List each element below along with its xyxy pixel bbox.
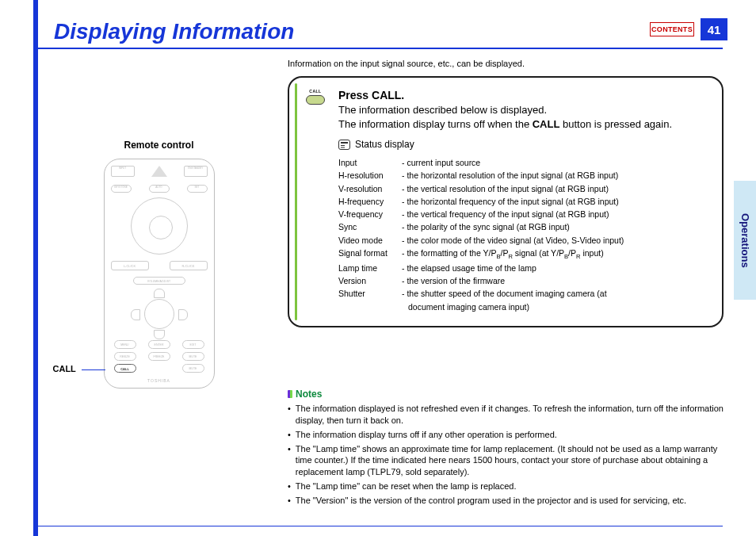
note-item: The "Lamp time" can be reset when the la… xyxy=(288,480,724,492)
page-left-bar xyxy=(33,0,38,536)
info-box: CALL Press CALL. The information describ… xyxy=(288,76,724,327)
status-row: Shutter- the shutter speed of the docume… xyxy=(338,287,708,313)
remote-rclick-button: R-CLICK xyxy=(170,261,208,270)
status-row: Sync- the polarity of the sync signal (a… xyxy=(338,220,708,233)
call-callout-label: CALL xyxy=(53,364,76,373)
status-key: Lamp time xyxy=(338,262,402,274)
remote-body: INPUT ON/STANDBY KEYSTONE AUTO SET L-CLI… xyxy=(104,159,215,389)
note-item: The information display turns off if any… xyxy=(288,429,724,441)
press-call-desc2: The information display turns off when t… xyxy=(338,117,672,132)
note-item: The "Lamp time" shows an approximate tim… xyxy=(288,443,724,479)
section-tab-label: Operations xyxy=(739,213,751,268)
status-value: - the color mode of the video signal (at… xyxy=(402,234,624,247)
status-row: H-resolution- the horizontal resolution … xyxy=(338,169,708,182)
call-callout-line xyxy=(82,369,105,370)
status-key: V-resolution xyxy=(338,182,402,195)
status-row: Lamp time- the elapsed usage time of the… xyxy=(338,262,708,274)
status-display-label: Status display xyxy=(355,139,414,150)
remote-mute-button: MUTE xyxy=(182,352,204,361)
remote-control-label: Remote control xyxy=(46,140,272,151)
status-row: Input- current input source xyxy=(338,156,708,169)
notes-section: Notes The information displayed is not r… xyxy=(288,389,724,509)
note-item: The "Version" is the version of the cont… xyxy=(288,495,724,507)
status-row: V-frequency- the vertical frequency of t… xyxy=(338,208,708,220)
remote-lclick-button: L-CLICK xyxy=(111,261,149,270)
remote-control-diagram: INPUT ON/STANDBY KEYSTONE AUTO SET L-CLI… xyxy=(88,159,231,389)
remote-brand: TOSHIBA xyxy=(105,378,214,383)
status-value: - the elapsed usage time of the lamp xyxy=(402,262,536,274)
remote-enter-button: ENTER xyxy=(148,340,170,349)
status-key: H-resolution xyxy=(338,169,402,182)
remote-keystone-button: KEYSTONE xyxy=(111,185,132,193)
status-key: Version xyxy=(338,274,402,287)
remote-dpad xyxy=(134,290,185,338)
remote-laser-button xyxy=(150,166,169,182)
intro-text: Information on the input signal source, … xyxy=(288,59,525,68)
remote-column: Remote control INPUT ON/STANDBY KEYSTONE… xyxy=(46,140,272,389)
status-row: Signal format- the formatting of the Y/P… xyxy=(338,247,708,262)
status-value: - the vertical resolution of the input s… xyxy=(402,182,609,195)
notes-list: The information displayed is not refresh… xyxy=(288,403,724,507)
status-key: Video mode xyxy=(338,234,402,247)
remote-standby-button: ON/STANDBY xyxy=(184,166,208,177)
press-call-text: Press CALL. The information described be… xyxy=(338,89,672,131)
status-row: V-resolution- the vertical resolution of… xyxy=(338,182,708,195)
notes-heading: Notes xyxy=(296,389,322,400)
remote-input-button: INPUT xyxy=(111,166,135,177)
status-value: - the formatting of the Y/PB/PR signal (… xyxy=(402,247,604,262)
remote-joystick xyxy=(131,197,188,255)
note-item: The information displayed is not refresh… xyxy=(288,403,724,427)
press-call-heading: Press CALL. xyxy=(338,89,672,101)
status-display-row: Status display xyxy=(338,139,708,150)
status-row: Video mode- the color mode of the video … xyxy=(338,234,708,247)
remote-auto-button: AUTO xyxy=(149,185,170,193)
status-key: Shutter xyxy=(338,287,402,313)
status-value: - the horizontal frequency of the input … xyxy=(402,195,619,208)
status-table: Input- current input sourceH-resolution-… xyxy=(338,156,708,313)
notes-icon xyxy=(288,390,292,398)
status-value: - the version of the firmware xyxy=(402,274,505,287)
status-value: - current input source xyxy=(402,156,480,169)
status-key: Signal format xyxy=(338,247,402,262)
status-key: H-frequency xyxy=(338,195,402,208)
page-number: 41 xyxy=(701,18,727,40)
press-call-desc1: The information described below is displ… xyxy=(338,103,672,117)
page-title: Displaying Information xyxy=(33,14,723,48)
remote-set-button: SET xyxy=(187,185,208,193)
remote-resize-button: RESIZE xyxy=(114,352,136,361)
status-key: Sync xyxy=(338,220,402,233)
remote-exit-button: EXIT xyxy=(182,340,204,349)
call-button-icon: CALL xyxy=(304,89,327,105)
status-key: V-frequency xyxy=(338,208,402,220)
contents-button[interactable]: CONTENTS xyxy=(650,22,694,36)
status-display-icon xyxy=(338,140,350,150)
section-tab: Operations xyxy=(734,181,756,300)
remote-menu-button: MENU xyxy=(114,340,136,349)
page-bottom-bar xyxy=(33,526,723,526)
status-row: H-frequency- the horizontal frequency of… xyxy=(338,195,708,208)
status-value: - the shutter speed of the document imag… xyxy=(402,287,607,313)
title-bar: Displaying Information xyxy=(33,14,723,49)
status-row: Version- the version of the firmware xyxy=(338,274,708,287)
remote-volume-button: VOLUME/ADJUST xyxy=(133,277,185,285)
remote-call-button: CALL xyxy=(114,364,136,373)
status-value: - the polarity of the sync signal (at RG… xyxy=(402,220,570,233)
remote-freeze-button: FREEZE xyxy=(148,352,170,361)
status-value: - the vertical frequency of the input si… xyxy=(402,208,609,220)
status-value: - the horizontal resolution of the input… xyxy=(402,169,618,182)
remote-mute2-button: MUTE xyxy=(182,364,204,373)
status-key: Input xyxy=(338,156,402,169)
